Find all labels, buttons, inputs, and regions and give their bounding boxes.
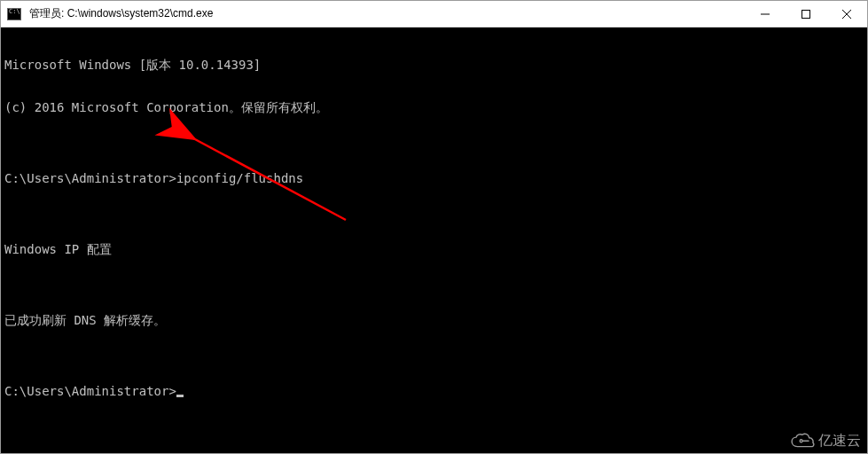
prompt-path: C:\Users\Administrator> — [4, 384, 176, 398]
svg-rect-1 — [802, 10, 810, 18]
prompt-line: C:\Users\Administrator> — [4, 384, 864, 398]
maximize-icon — [802, 10, 810, 19]
titlebar[interactable]: 管理员: C:\windows\system32\cmd.exe — [1, 1, 867, 27]
cursor — [176, 395, 184, 397]
prompt-path: C:\Users\Administrator> — [4, 171, 176, 185]
terminal-area[interactable]: Microsoft Windows [版本 10.0.14393] (c) 20… — [1, 27, 867, 453]
minimize-button[interactable] — [745, 1, 786, 27]
window-controls — [745, 1, 867, 27]
cmd-window: 管理员: C:\windows\system32\cmd.exe Microso… — [0, 0, 868, 454]
app-icon — [1, 8, 27, 20]
prompt-line: C:\Users\Administrator>ipconfig/flushdns — [4, 171, 864, 185]
window-title: 管理员: C:\windows\system32\cmd.exe — [27, 6, 745, 21]
output-line: Microsoft Windows [版本 10.0.14393] — [4, 58, 864, 72]
close-icon — [842, 10, 851, 19]
cmd-icon — [7, 8, 21, 20]
close-button[interactable] — [826, 1, 867, 27]
minimize-icon — [761, 10, 770, 19]
output-line: (c) 2016 Microsoft Corporation。保留所有权利。 — [4, 100, 864, 114]
prompt-command: ipconfig/flushdns — [176, 171, 303, 185]
maximize-button[interactable] — [786, 1, 826, 27]
output-line: Windows IP 配置 — [4, 242, 864, 256]
output-line-success: 已成功刷新 DNS 解析缓存。 — [4, 313, 864, 327]
